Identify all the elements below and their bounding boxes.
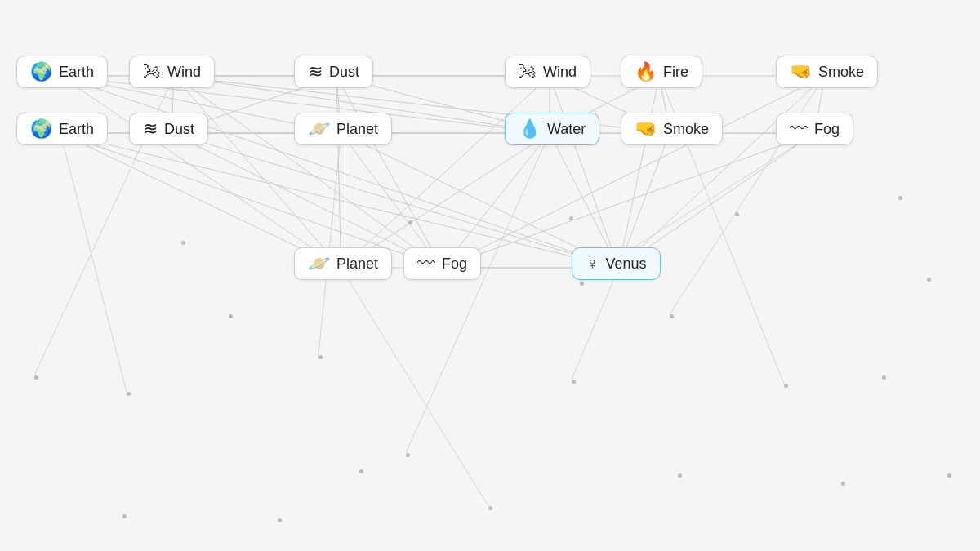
element-label: Dust	[329, 64, 359, 81]
element-card-fog[interactable]: 〰Fog	[403, 247, 481, 280]
decorative-dot	[735, 212, 739, 216]
decorative-dot	[580, 282, 584, 286]
dust-icon: ≋	[143, 120, 158, 138]
element-card-water[interactable]: 💧Water	[505, 113, 599, 145]
dot-connection-line	[670, 76, 825, 314]
element-label: Fire	[663, 64, 688, 81]
wind-icon: 🌬	[143, 63, 161, 81]
connection-line	[619, 76, 826, 268]
element-card-dust[interactable]: ≋Dust	[129, 113, 208, 145]
connection-line	[172, 133, 619, 268]
fog-icon: 〰	[790, 120, 808, 138]
element-label: Fog	[442, 256, 467, 273]
element-card-planet[interactable]: 🪐Planet	[294, 113, 392, 145]
decorative-dot	[34, 375, 38, 380]
element-card-wind[interactable]: 🌬Wind	[505, 56, 590, 88]
element-label: Smoke	[663, 121, 709, 138]
decorative-dot	[569, 216, 573, 220]
decorative-dot	[488, 506, 492, 510]
dust-icon: ≋	[308, 63, 323, 81]
water-icon: 💧	[519, 120, 541, 138]
element-card-fire[interactable]: 🔥Fire	[621, 56, 702, 88]
connection-line	[60, 76, 619, 268]
decorative-dot	[927, 278, 931, 282]
element-card-smoke[interactable]: 🤜Smoke	[776, 56, 878, 88]
element-label: Planet	[336, 256, 378, 273]
smoke-icon: 🤜	[635, 120, 657, 138]
element-label: Fog	[814, 121, 840, 138]
decorative-dot	[181, 241, 185, 245]
venus-icon: ♀	[586, 255, 599, 273]
element-card-earth[interactable]: 🌍Earth	[16, 56, 108, 88]
connection-line	[619, 76, 660, 268]
connection-line	[443, 76, 826, 268]
element-label: Venus	[606, 256, 647, 273]
decorative-dot	[127, 392, 131, 396]
element-label: Planet	[336, 121, 378, 138]
fog-icon: 〰	[417, 255, 435, 273]
element-card-earth[interactable]: 🌍Earth	[16, 113, 108, 145]
element-card-dust[interactable]: ≋Dust	[294, 56, 373, 88]
element-label: Wind	[167, 64, 201, 81]
decorative-dot	[898, 196, 902, 200]
dot-connection-line	[60, 133, 127, 392]
element-label: Dust	[164, 121, 194, 138]
decorative-dot	[408, 220, 412, 224]
dot-connection-line	[406, 133, 550, 453]
decorative-dot	[882, 375, 886, 380]
decorative-dot	[784, 384, 788, 388]
wind-icon: 🌬	[519, 63, 537, 81]
dot-connection-line	[572, 268, 619, 380]
smoke-icon: 🤜	[790, 63, 812, 81]
element-label: Earth	[59, 121, 94, 138]
element-card-smoke[interactable]: 🤜Smoke	[621, 113, 723, 145]
decorative-dot	[278, 518, 282, 522]
decorative-dot	[572, 380, 576, 384]
connection-line	[174, 76, 341, 268]
element-card-planet[interactable]: 🪐Planet	[294, 247, 392, 280]
decorative-dot	[841, 482, 845, 486]
decorative-dot	[678, 473, 682, 478]
element-card-venus[interactable]: ♀Venus	[572, 247, 661, 280]
planet-icon: 🪐	[308, 120, 330, 138]
decorative-dot	[947, 473, 951, 478]
element-label: Water	[547, 121, 586, 138]
planet-icon: 🪐	[308, 255, 330, 273]
earth-icon: 🌍	[30, 120, 52, 138]
element-card-wind[interactable]: 🌬Wind	[129, 56, 215, 88]
decorative-dot	[318, 355, 323, 359]
fire-icon: 🔥	[635, 63, 657, 81]
element-label: Smoke	[818, 64, 864, 81]
decorative-dot	[359, 469, 363, 473]
element-card-fog[interactable]: 〰Fog	[776, 113, 853, 145]
decorative-dot	[406, 453, 410, 457]
decorative-dot	[122, 514, 127, 518]
earth-icon: 🌍	[30, 63, 52, 81]
decorative-dot	[229, 314, 233, 318]
dot-connection-line	[318, 133, 341, 355]
element-label: Earth	[59, 64, 94, 81]
decorative-dot	[670, 314, 674, 318]
element-label: Wind	[543, 64, 577, 81]
